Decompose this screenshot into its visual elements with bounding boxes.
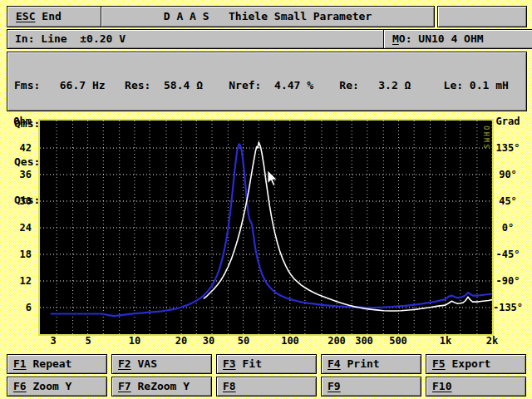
curve-impedance-free-air-white <box>204 142 492 311</box>
curve-impedance-shifted-resonance-blue <box>51 144 492 316</box>
fkey-hotkey: F6 <box>13 380 27 392</box>
fkey-label: Export <box>446 357 491 370</box>
window-title: D A A S Thiele Small Parameter <box>101 6 435 27</box>
freq-tick-label: 30 <box>194 336 224 347</box>
grad-tick-label: -90° <box>489 276 527 287</box>
grad-tick-label: 90° <box>489 170 527 180</box>
freq-tick-label: 3 <box>38 336 68 347</box>
grad-tick-label: 135° <box>489 143 527 154</box>
model-value: O: UN10 4 OHM <box>399 32 484 45</box>
ohm-tick-label: 12 <box>5 276 32 287</box>
ohm-tick-label: 6 <box>5 303 32 313</box>
mouse-cursor <box>268 170 277 186</box>
fkey-label: Zoom Y <box>27 380 72 392</box>
freq-tick-label: 20 <box>166 336 196 347</box>
plot-watermark: OHMS <box>482 126 490 150</box>
fkey-hotkey: F8 <box>223 380 236 392</box>
param-row-1: Fms: 66.7 Hz Res: 58.4 Ω Nref: 4.47 % Re… <box>7 79 526 92</box>
grad-tick-label: -135° <box>489 303 527 313</box>
daas-screen: ESC End D A A S Thiele Small Parameter I… <box>0 0 532 399</box>
freq-tick-label: 1k <box>431 336 461 347</box>
fkey-button-f5[interactable]: F5 Export <box>426 354 526 374</box>
grad-tick-label: -45° <box>489 249 527 260</box>
impedance-plot[interactable]: OHMS <box>38 119 494 336</box>
fkey-label: Repeat <box>27 357 72 370</box>
fkey-button-f2[interactable]: F2 VAS <box>111 354 212 374</box>
grad-tick-label: 45° <box>489 196 527 207</box>
titlebar-spacer-box <box>437 6 527 27</box>
fkey-hotkey: F9 <box>328 380 341 392</box>
model-hotkey: M <box>392 32 399 45</box>
grad-tick-label: 0° <box>489 223 527 234</box>
esc-label-text: End <box>42 10 61 22</box>
fkey-label: VAS <box>131 357 157 370</box>
freq-tick-label: 300 <box>349 336 379 347</box>
fkey-button-f1[interactable]: F1 Repeat <box>7 354 107 374</box>
freq-tick-label: 2k <box>477 336 507 347</box>
fkey-hotkey: F7 <box>118 380 131 392</box>
ohm-tick-label: 36 <box>5 170 32 180</box>
fkey-hotkey: F5 <box>432 357 446 370</box>
fkey-hotkey: F3 <box>223 357 236 370</box>
freq-tick-label: 200 <box>322 336 352 347</box>
esc-hotkey: ESC <box>16 10 35 22</box>
fkey-label: ReZoom Y <box>131 380 190 392</box>
fkey-button-f8[interactable]: F8 <box>216 377 317 397</box>
right-axis-unit: Grad <box>489 116 527 127</box>
freq-tick-label: 5 <box>73 336 103 347</box>
ohm-tick-label: 24 <box>5 223 32 234</box>
fkey-button-f6[interactable]: F6 Zoom Y <box>7 377 107 397</box>
fkey-button-f7[interactable]: F7 ReZoom Y <box>111 377 212 397</box>
fkey-button-f4[interactable]: F4 Print <box>321 354 421 374</box>
fkey-label: Fit <box>236 357 262 370</box>
function-key-bar: F1 RepeatF2 VASF3 FitF4 PrintF5 ExportF6… <box>7 354 526 397</box>
fkey-hotkey: F4 <box>328 357 341 370</box>
model-select-field[interactable]: MO: UN10 4 OHM <box>383 29 532 49</box>
fkey-hotkey: F1 <box>13 357 27 370</box>
left-axis-unit: Ohm <box>5 116 32 127</box>
ohm-tick-label: 30 <box>5 196 32 207</box>
fkey-button-f3[interactable]: F3 Fit <box>216 354 317 374</box>
fkey-hotkey: F2 <box>118 357 131 370</box>
input-status-field: In: Line ±0.20 V <box>7 29 387 49</box>
fkey-label: Print <box>341 357 380 370</box>
fkey-hotkey: F10 <box>432 380 451 392</box>
esc-end-button[interactable]: ESC End <box>7 6 106 27</box>
parameter-panel: Fms: 66.7 Hz Res: 58.4 Ω Nref: 4.47 % Re… <box>7 52 527 111</box>
ohm-tick-label: 18 <box>5 249 32 260</box>
freq-tick-label: 10 <box>120 336 150 347</box>
ohm-tick-label: 42 <box>5 143 32 154</box>
fkey-button-f10[interactable]: F10 <box>426 377 526 397</box>
fkey-button-f9[interactable]: F9 <box>321 377 421 397</box>
impedance-chart-svg: OHMS <box>40 121 492 334</box>
freq-tick-label: 100 <box>275 336 305 347</box>
freq-tick-label: 500 <box>383 336 413 347</box>
freq-tick-label: 50 <box>229 336 259 347</box>
